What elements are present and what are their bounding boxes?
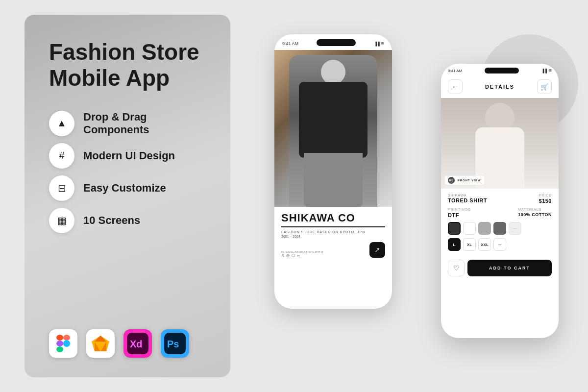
brand-name: SHIKAWA CO <box>281 212 385 227</box>
product-name-col: SHIKAWA TORED SHIRT <box>448 194 487 204</box>
link-icon: ⬡ <box>292 253 295 258</box>
price-col: PRICE $150 <box>539 194 552 204</box>
size-more[interactable]: ··· <box>493 238 506 251</box>
instagram-icon: ◎ <box>286 253 290 258</box>
bottom-actions: ♡ ADD TO CART <box>441 260 559 276</box>
printings-materials-row: PRINTINGS DTF MATERIALS 100% COTTON <box>448 208 552 218</box>
phone-1-time: 9:41 AM <box>282 41 298 46</box>
screens-icon-wrap: ▦ <box>49 208 74 233</box>
color-swatches: ··· <box>448 222 552 235</box>
more-icon: ∞ <box>297 253 300 258</box>
svg-point-4 <box>63 340 70 347</box>
feature-ui: # Modern UI Design <box>49 143 206 169</box>
product-name: TORED SHIRT <box>448 197 487 203</box>
phone-2: 9:41 AM ▐▐☰ ← DETAILS 🛒 01 FRONT VIEW <box>441 64 559 338</box>
brand-subtitle: FASHION STORE BASED ON KYOTO, JPN <box>281 230 385 234</box>
svg-text:Ps: Ps <box>167 339 179 349</box>
sketch-logo <box>86 329 115 358</box>
drag-icon-wrap: ▲ <box>49 111 74 136</box>
color-swatch-gray[interactable] <box>478 222 491 235</box>
printings-col: PRINTINGS DTF <box>448 208 471 218</box>
feature-customize: ⊟ Easy Customize <box>49 175 206 201</box>
phone-2-time: 9:41 AM <box>448 69 462 73</box>
svg-text:Xd: Xd <box>130 339 143 349</box>
legs-element <box>304 153 363 207</box>
color-swatch-more[interactable]: ··· <box>509 222 521 235</box>
phone-icon: ▦ <box>57 215 67 226</box>
figma-logo <box>49 329 77 358</box>
size-swatches: L XL XXL ··· <box>448 238 552 251</box>
materials-value: 100% COTTON <box>518 212 552 217</box>
xd-logo: Xd <box>123 329 152 358</box>
brand-label: SHIKAWA <box>448 194 487 197</box>
back-button[interactable]: ← <box>448 79 463 94</box>
jacket-element <box>299 82 368 158</box>
phone-1-status-bar: 9:41 AM ▐▐ ☰ <box>274 34 392 50</box>
svg-rect-0 <box>56 335 63 341</box>
svg-rect-3 <box>56 346 63 352</box>
materials-col: MATERIALS 100% COTTON <box>518 208 552 218</box>
feature-list: ▲ Drop & Drag Components # Modern UI Des… <box>49 111 206 233</box>
size-XXL[interactable]: XXL <box>478 238 491 251</box>
product-details: SHIKAWA TORED SHIRT PRICE $150 PRINTINGS… <box>441 189 559 260</box>
feature-screens-label: 10 Screens <box>83 214 140 227</box>
add-to-cart-button[interactable]: ADD TO CART <box>467 260 552 276</box>
size-L[interactable]: L <box>448 238 461 251</box>
image-badge: 01 FRONT VIEW <box>445 176 484 185</box>
tool-logos: Xd Ps <box>49 329 206 358</box>
brand-year: 2001 – 2024 <box>281 235 385 238</box>
feature-drag: ▲ Drop & Drag Components <box>49 111 206 136</box>
color-swatch-black[interactable] <box>448 222 461 235</box>
feature-customize-label: Easy Customize <box>83 182 166 195</box>
phone-1: 9:41 AM ▐▐ ☰ SHIKAWA CO FASH <box>274 34 392 309</box>
color-swatch-dark-gray[interactable] <box>493 222 506 235</box>
collab-section: IN COLLABORATION WITH 𝕏 ◎ ⬡ ∞ ↗ <box>281 242 385 258</box>
app-title: Fashion Store Mobile App <box>49 39 206 91</box>
phone-2-status-bar: 9:41 AM ▐▐☰ <box>441 64 559 75</box>
feature-screens: ▦ 10 Screens <box>49 208 206 233</box>
phone-1-icons: ▐▐ ☰ <box>374 42 384 46</box>
person-image <box>289 55 377 207</box>
arrow-button[interactable]: ↗ <box>369 242 385 258</box>
phone-2-nav: ← DETAILS 🛒 <box>441 75 559 98</box>
nav-title: DETAILS <box>485 84 514 90</box>
phone-1-notch <box>317 39 356 46</box>
badge-text: FRONT VIEW <box>458 179 481 182</box>
cart-button[interactable]: 🛒 <box>537 79 552 94</box>
materials-label: MATERIALS <box>518 208 552 211</box>
printings-value: DTF <box>448 212 471 218</box>
svg-rect-2 <box>56 341 63 346</box>
color-swatch-white[interactable] <box>463 222 476 235</box>
badge-number: 01 <box>448 177 455 184</box>
twitter-icon: 𝕏 <box>281 253 284 258</box>
ps-logo: Ps <box>161 329 189 358</box>
phone-2-icons: ▐▐☰ <box>541 69 552 73</box>
left-panel: Fashion Store Mobile App ▲ Drop & Drag C… <box>24 15 230 377</box>
feature-drag-label: Drop & Drag Components <box>83 111 206 136</box>
phone-1-product-image <box>274 50 392 207</box>
printings-label: PRINTINGS <box>448 208 471 211</box>
right-panel: 9:41 AM ▐▐ ☰ SHIKAWA CO FASH <box>260 15 564 377</box>
cursor-icon: ▲ <box>57 118 67 129</box>
size-XL[interactable]: XL <box>463 238 476 251</box>
ui-icon-wrap: # <box>49 143 74 169</box>
customize-icon-wrap: ⊟ <box>49 175 74 201</box>
hash-icon: # <box>59 150 64 161</box>
wishlist-button[interactable]: ♡ <box>448 260 465 276</box>
head-element <box>321 60 345 84</box>
svg-rect-1 <box>63 335 70 341</box>
price-value: $150 <box>539 198 552 204</box>
phone-1-content: SHIKAWA CO FASHION STORE BASED ON KYOTO,… <box>274 207 392 263</box>
phone-2-notch <box>485 68 519 74</box>
name-price-row: SHIKAWA TORED SHIRT PRICE $150 <box>448 194 552 204</box>
sliders-icon: ⊟ <box>58 182 66 194</box>
product-image: 01 FRONT VIEW <box>441 98 559 189</box>
feature-ui-label: Modern UI Design <box>83 149 175 162</box>
collab-icons: 𝕏 ◎ ⬡ ∞ <box>281 253 323 258</box>
price-label: PRICE <box>539 194 552 197</box>
